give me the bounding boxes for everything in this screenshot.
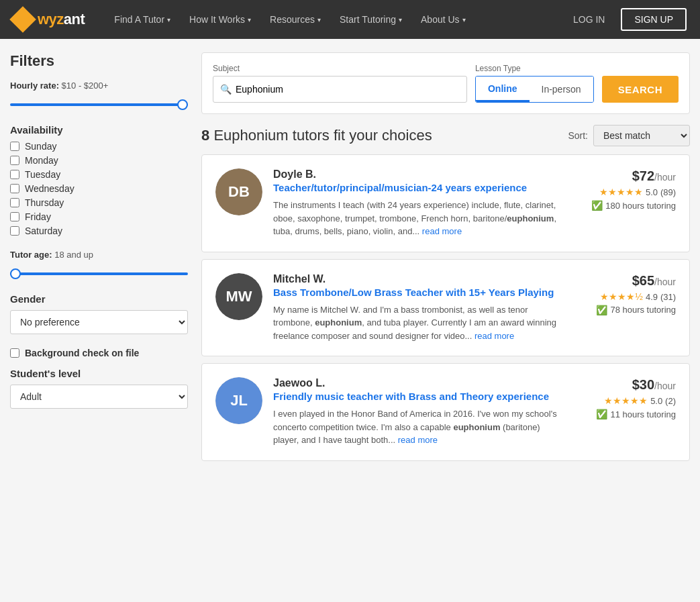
checkbox-wednesday[interactable] xyxy=(10,184,19,193)
nav-how-it-works[interactable]: How It Works ▾ xyxy=(180,0,260,39)
tutor-desc-mitchel: My name is Mitchel W. and I'm a bass tro… xyxy=(273,303,558,343)
tutor-name-doyle: Doyle B. xyxy=(273,168,558,181)
nav-right: LOG IN SIGN UP xyxy=(564,8,687,31)
read-more-doyle[interactable]: read more xyxy=(422,226,462,236)
tutor-desc-doyle: The instruments I teach (with 24 years e… xyxy=(273,199,558,238)
lesson-type-label: Lesson Type xyxy=(475,64,594,73)
availability-title: Availability xyxy=(10,124,188,136)
checkbox-thursday[interactable] xyxy=(10,198,19,207)
student-level-select[interactable]: Adult Elementary Middle School High Scho… xyxy=(10,385,188,409)
results-count: 8 Euphonium tutors fit your choices xyxy=(201,127,568,144)
nav-about-us[interactable]: About Us ▾ xyxy=(411,0,475,39)
tutor-info-jaewoo: Jaewoo L. Friendly music teacher with Br… xyxy=(273,377,558,447)
gender-title: Gender xyxy=(10,293,188,305)
background-check-filter: Background check on file xyxy=(10,348,188,358)
find-tutor-caret: ▾ xyxy=(167,16,170,23)
tutor-avatar-doyle[interactable]: DB xyxy=(215,168,262,215)
nav-resources[interactable]: Resources ▾ xyxy=(260,0,330,39)
nav-find-tutor[interactable]: Find A Tutor ▾ xyxy=(105,0,180,39)
hourly-rate-slider-container xyxy=(10,95,188,111)
signup-button[interactable]: SIGN UP xyxy=(621,8,687,31)
tutor-pricing-jaewoo: $30/hour ★★★★★ 5.0 (2) ✅ 11 hours tutori… xyxy=(568,377,676,447)
tutor-age-label: Tutor age: 18 and up xyxy=(10,250,188,260)
avatar-doyle: DB xyxy=(215,168,262,215)
background-check-checkbox[interactable] xyxy=(10,348,19,358)
tutor-title-mitchel[interactable]: Bass Trombone/Low Brass Teacher with 15+… xyxy=(273,287,558,298)
resources-caret: ▾ xyxy=(317,16,321,23)
checkbox-saturday[interactable] xyxy=(10,226,19,236)
logo-diamond xyxy=(9,6,36,33)
logo-text: wyzant xyxy=(38,11,85,28)
read-more-jaewoo[interactable]: read more xyxy=(398,435,438,445)
tutor-info-doyle: Doyle B. Teacher/tutor/principal/musicia… xyxy=(273,168,558,238)
tutor-age-slider[interactable] xyxy=(10,272,188,275)
checkbox-monday[interactable] xyxy=(10,156,19,165)
login-button[interactable]: LOG IN xyxy=(564,9,614,30)
sort-select[interactable]: Best match Lowest price Highest rated xyxy=(593,125,690,146)
checkbox-friday[interactable] xyxy=(10,212,19,221)
tutor-pricing-doyle: $72/hour ★★★★★ 5.0 (89) ✅ 180 hours tuto… xyxy=(568,168,676,238)
content-area: Subject 🔍 Lesson Type Online In-person S… xyxy=(201,52,690,468)
tutor-desc-jaewoo: I even played in the Honor Band of Ameri… xyxy=(273,407,558,447)
start-tutoring-caret: ▾ xyxy=(399,16,402,23)
tutor-pricing-mitchel: $65/hour ★★★★½ 4.9 (31) ✅ 78 hours tutor… xyxy=(568,273,676,343)
check-circle-doyle: ✅ xyxy=(591,200,603,211)
gender-filter: Gender No preference Male Female xyxy=(10,293,188,334)
tutor-avatar-jaewoo[interactable]: JL xyxy=(215,377,262,424)
nav-start-tutoring[interactable]: Start Tutoring ▾ xyxy=(330,0,411,39)
day-sunday: Sunday xyxy=(10,141,188,152)
results-suffix: fit your choices xyxy=(334,127,432,144)
results-subject: Euphonium tutors xyxy=(213,127,329,144)
search-input[interactable] xyxy=(236,84,460,95)
checkbox-sunday[interactable] xyxy=(10,142,19,151)
results-header: 8 Euphonium tutors fit your choices Sort… xyxy=(201,125,690,146)
tutor-avatar-mitchel[interactable]: MW xyxy=(215,273,262,320)
availability-filter: Availability Sunday Monday Tuesday Wedne… xyxy=(10,124,188,236)
tutor-info-mitchel: Mitchel W. Bass Trombone/Low Brass Teach… xyxy=(273,273,558,343)
tutor-age-filter: Tutor age: 18 and up xyxy=(10,250,188,280)
lesson-type-buttons: Online In-person xyxy=(475,76,594,103)
tutor-name-mitchel: Mitchel W. xyxy=(273,273,558,285)
subject-group: Subject 🔍 xyxy=(213,64,467,103)
tutor-price-doyle: $72/hour xyxy=(568,168,676,184)
logo[interactable]: wyzant xyxy=(13,10,85,29)
tutor-hours-mitchel: ✅ 78 hours tutoring xyxy=(568,305,676,315)
tutor-title-jaewoo[interactable]: Friendly music teacher with Brass and Th… xyxy=(273,391,558,402)
checkbox-tuesday[interactable] xyxy=(10,170,19,179)
student-level-title: Student's level xyxy=(10,368,188,379)
online-button[interactable]: Online xyxy=(476,77,530,102)
tutor-hours-doyle: ✅ 180 hours tutoring xyxy=(568,200,676,211)
tutor-stars-mitchel: ★★★★½ 4.9 (31) xyxy=(568,291,676,302)
tutor-name-jaewoo: Jaewoo L. xyxy=(273,377,558,389)
read-more-mitchel[interactable]: read more xyxy=(474,331,514,341)
tutor-card-doyle-b: DB Doyle B. Teacher/tutor/principal/musi… xyxy=(201,154,690,252)
tutor-hours-jaewoo: ✅ 11 hours tutoring xyxy=(568,409,676,419)
day-friday: Friday xyxy=(10,211,188,222)
navigation: wyzant Find A Tutor ▾ How It Works ▾ Res… xyxy=(0,0,700,39)
tutor-stars-jaewoo: ★★★★★ 5.0 (2) xyxy=(568,395,676,406)
lesson-type-group: Lesson Type Online In-person xyxy=(475,64,594,103)
hourly-rate-filter: Hourly rate: $10 - $200+ xyxy=(10,81,188,111)
avatar-jaewoo: JL xyxy=(215,377,262,424)
inperson-button[interactable]: In-person xyxy=(530,77,593,102)
sort-label: Sort: xyxy=(568,130,588,141)
day-thursday: Thursday xyxy=(10,197,188,208)
check-circle-jaewoo: ✅ xyxy=(596,409,607,419)
search-input-wrap: 🔍 xyxy=(213,76,467,103)
search-button[interactable]: SEARCH xyxy=(602,76,679,103)
tutor-card-mitchel-w: MW Mitchel W. Bass Trombone/Low Brass Te… xyxy=(201,259,690,357)
day-monday: Monday xyxy=(10,155,188,166)
tutor-price-jaewoo: $30/hour xyxy=(568,377,676,393)
main-container: Filters Hourly rate: $10 - $200+ Availab… xyxy=(0,39,700,481)
check-circle-mitchel: ✅ xyxy=(596,305,607,315)
day-tuesday: Tuesday xyxy=(10,169,188,180)
tutor-price-mitchel: $65/hour xyxy=(568,273,676,289)
sidebar-title: Filters xyxy=(10,52,188,70)
tutor-card-jaewoo-l: JL Jaewoo L. Friendly music teacher with… xyxy=(201,363,690,461)
tutor-title-doyle[interactable]: Teacher/tutor/principal/musician-24 year… xyxy=(273,182,558,193)
hourly-rate-slider[interactable] xyxy=(10,103,188,106)
results-number: 8 xyxy=(201,127,209,144)
search-icon: 🔍 xyxy=(220,84,232,95)
avatar-mitchel: MW xyxy=(215,273,262,320)
gender-select[interactable]: No preference Male Female xyxy=(10,310,188,334)
